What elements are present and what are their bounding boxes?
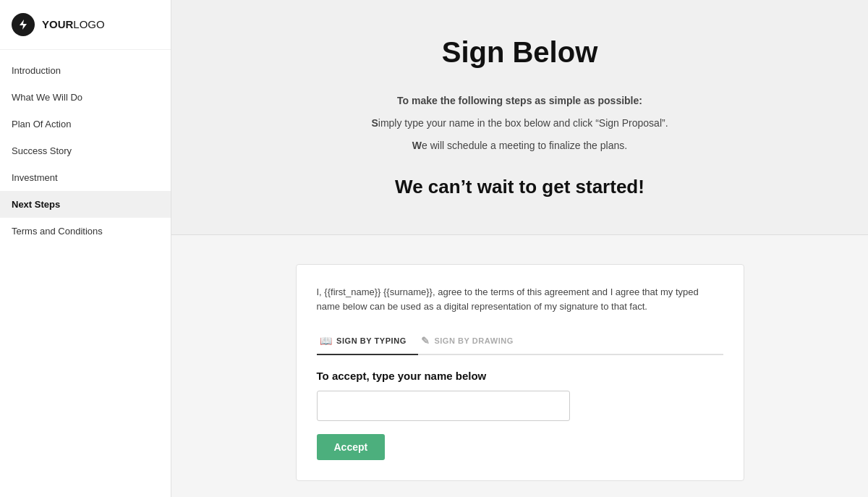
- hero-section: Sign Below To make the following steps a…: [171, 0, 868, 235]
- keyboard-icon: 📖: [320, 335, 333, 347]
- step2-rest: imply type your name in the box below an…: [378, 117, 668, 129]
- step3-bold: W: [412, 140, 422, 151]
- sign-box: I, {{first_name}} {{surname}}, agree to …: [296, 264, 744, 482]
- sidebar-item-introduction[interactable]: Introduction: [0, 57, 171, 84]
- hero-cta: We can’t wait to get started!: [200, 176, 839, 198]
- hero-step1: To make the following steps as simple as…: [200, 92, 839, 110]
- sidebar: YOURLOGO IntroductionWhat We Will DoPlan…: [0, 0, 171, 497]
- sidebar-item-plan-of-action[interactable]: Plan Of Action: [0, 111, 171, 137]
- sidebar-item-success-story[interactable]: Success Story: [0, 137, 171, 164]
- hero-step2: Simply type your name in the box below a…: [200, 114, 839, 132]
- svg-marker-0: [20, 20, 27, 30]
- hero-title: Sign Below: [200, 36, 839, 69]
- tab-typing-label: SIGN BY TYPING: [336, 336, 407, 345]
- tab-drawing-label: SIGN BY DRAWING: [434, 336, 514, 345]
- sign-section: I, {{first_name}} {{surname}}, agree to …: [171, 235, 868, 497]
- hero-steps: To make the following steps as simple as…: [200, 92, 839, 156]
- pencil-icon: ✎: [421, 335, 430, 347]
- sidebar-item-terms-and-conditions[interactable]: Terms and Conditions: [0, 218, 171, 245]
- sidebar-item-next-steps[interactable]: Next Steps: [0, 191, 171, 218]
- hero-step3: We will schedule a meeting to finalize t…: [200, 137, 839, 155]
- sidebar-item-investment[interactable]: Investment: [0, 164, 171, 191]
- sidebar-item-what-we-will-do[interactable]: What We Will Do: [0, 84, 171, 111]
- logo-icon: [12, 13, 35, 36]
- logo-text: YOURLOGO: [42, 18, 105, 31]
- tab-sign-typing[interactable]: 📖 SIGN BY TYPING: [317, 329, 418, 355]
- logo-light: LOGO: [73, 18, 104, 30]
- sign-tabs: 📖 SIGN BY TYPING ✎ SIGN BY DRAWING: [317, 329, 723, 355]
- bolt-icon: [17, 18, 30, 31]
- main-content: Sign Below To make the following steps a…: [171, 0, 868, 497]
- step3-rest: e will schedule a meeting to finalize th…: [422, 140, 627, 151]
- step2-bold: S: [371, 117, 378, 129]
- agreement-text: I, {{first_name}} {{surname}}, agree to …: [317, 285, 723, 315]
- logo-bold: YOUR: [42, 18, 73, 30]
- tab-sign-drawing[interactable]: ✎ SIGN BY DRAWING: [418, 329, 525, 355]
- accept-label: To accept, type your name below: [317, 370, 723, 382]
- logo-area: YOURLOGO: [0, 0, 171, 50]
- nav-list: IntroductionWhat We Will DoPlan Of Actio…: [0, 50, 171, 252]
- accept-button[interactable]: Accept: [317, 434, 386, 460]
- name-input[interactable]: [317, 391, 570, 421]
